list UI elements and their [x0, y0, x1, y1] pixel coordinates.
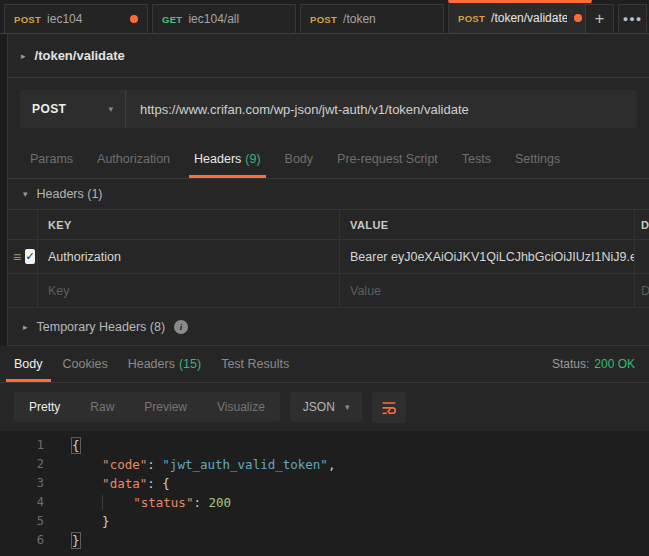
json-token [72, 457, 102, 472]
line-content: { [52, 436, 80, 455]
tab-label: Params [30, 152, 73, 166]
request-tab-token-validate[interactable]: POST/token/validate [448, 0, 592, 33]
header-key-cell[interactable]: Authorization [38, 240, 340, 273]
postman-app: POSTiec104GETiec104/allPOST/tokenPOST/to… [0, 0, 649, 556]
request-tab-iec104-all[interactable]: GETiec104/all [152, 4, 296, 33]
response-tabs-strip: BodyCookiesHeaders(15)Test Results [8, 346, 303, 382]
table-row: ≡ ✓ Authorization Bearer eyJ0eXAiOiJKV1Q… [8, 240, 649, 274]
tab-title: iec104/all [188, 12, 286, 26]
response-status: Status: 200 OK [552, 346, 635, 382]
tab-title: /token/validate [491, 11, 567, 25]
request-subtabs: ParamsAuthorizationHeaders(9)BodyPre-req… [8, 140, 649, 179]
method-label: POST [32, 102, 66, 116]
json-token: "jwt_auth_valid_token" [162, 457, 328, 472]
url-bar: POST ▾ https://www.crifan.com/wp-json/jw… [20, 90, 637, 128]
response-toolbar: PrettyRawPreviewVisualize JSON ▾ [0, 383, 649, 431]
status-value: 200 OK [594, 357, 635, 371]
response-body-viewer: 1{2 "code": "jwt_auth_valid_token",3 "da… [0, 431, 649, 556]
tab-title: iec104 [47, 12, 130, 26]
json-token: "data" [102, 476, 147, 491]
response-tab-cookies[interactable]: Cookies [57, 346, 114, 382]
wrap-text-button[interactable] [372, 392, 406, 423]
collapse-down-icon: ▾ [23, 189, 28, 199]
unsaved-dot-icon [574, 14, 582, 22]
view-raw[interactable]: Raw [75, 392, 129, 422]
table-row-placeholder: Key Value Description [8, 274, 649, 308]
collapse-right-icon[interactable]: ▸ [21, 51, 26, 61]
response-tab-test-results[interactable]: Test Results [215, 346, 295, 382]
line-content: "status": 200 [52, 493, 231, 512]
request-tab-iec104[interactable]: POSTiec104 [4, 4, 148, 33]
request-title-row: ▸ /token/validate [8, 34, 649, 78]
request-tab-token[interactable]: POST/token [300, 4, 444, 33]
code-line: 5 } [0, 512, 649, 531]
method-dropdown[interactable]: POST ▾ [20, 90, 126, 128]
code-line: 2 "code": "jwt_auth_valid_token", [0, 455, 649, 474]
info-icon[interactable]: i [174, 320, 188, 334]
line-content: } [52, 531, 80, 550]
request-editor: ▸ /token/validate POST ▾ https://www.cri… [0, 34, 649, 346]
description-column-header: DESCRIPTION [635, 210, 649, 239]
response-tabbar: BodyCookiesHeaders(15)Test Results Statu… [0, 346, 649, 383]
new-key-input[interactable]: Key [38, 274, 340, 307]
json-token: : [147, 457, 162, 472]
tab-authorization[interactable]: Authorization [85, 140, 182, 178]
code-line: 3 "data": { [0, 474, 649, 493]
tab-label: Tests [462, 152, 491, 166]
code-line: 6} [0, 531, 649, 550]
json-token: : { [147, 476, 170, 491]
tab-body[interactable]: Body [273, 140, 326, 178]
line-number: 4 [0, 493, 52, 512]
tab-tests[interactable]: Tests [450, 140, 503, 178]
line-number: 6 [0, 531, 52, 550]
tab-label: Authorization [97, 152, 170, 166]
drag-handle-icon[interactable]: ≡ [13, 250, 21, 264]
format-dropdown[interactable]: JSON ▾ [290, 392, 363, 422]
headers-table: KEY VALUE DESCRIPTION ≡ ✓ Authorization … [8, 209, 649, 308]
new-description-input[interactable]: Description [635, 274, 649, 307]
new-value-input[interactable]: Value [340, 274, 635, 307]
header-value-cell[interactable]: Bearer eyJ0eXAiOiJKV1QiLCJhbGciOiJIUzI1N… [340, 240, 635, 273]
view-pretty[interactable]: Pretty [14, 392, 75, 422]
json-token: { [72, 438, 80, 453]
json-token [72, 514, 102, 529]
view-preview[interactable]: Preview [129, 392, 202, 422]
json-token [72, 476, 102, 491]
more-tabs-button[interactable]: ●●● [618, 4, 647, 33]
json-token [102, 495, 133, 510]
header-description-cell[interactable] [635, 240, 649, 273]
headers-section-header[interactable]: ▾ Headers (1) [8, 179, 649, 209]
json-token: , [328, 457, 336, 472]
temporary-headers-header[interactable]: ▸ Temporary Headers (8) i [8, 308, 649, 346]
tab-label: Cookies [63, 357, 108, 371]
response-tab-headers[interactable]: Headers(15) [122, 346, 207, 382]
handle-column-header [8, 210, 38, 239]
tab-params[interactable]: Params [18, 140, 85, 178]
view-visualize[interactable]: Visualize [202, 392, 280, 422]
tab-settings[interactable]: Settings [503, 140, 572, 178]
tab-label: Body [285, 152, 314, 166]
response-tab-body[interactable]: Body [8, 346, 49, 382]
json-token: 200 [209, 495, 232, 510]
tab-pre-request-script[interactable]: Pre-request Script [325, 140, 450, 178]
json-token: "status" [133, 495, 193, 510]
tab-label: Test Results [221, 357, 289, 371]
line-number: 1 [0, 436, 52, 455]
json-token: } [72, 533, 80, 548]
tab-label: Headers [128, 357, 175, 371]
headers-section-title: Headers (1) [37, 187, 103, 201]
tab-label: Pre-request Script [337, 152, 438, 166]
status-label: Status: [552, 357, 589, 371]
value-column-header: VALUE [340, 210, 635, 239]
json-token [72, 495, 102, 510]
collapse-right-icon: ▸ [23, 322, 28, 332]
url-input[interactable]: https://www.crifan.com/wp-json/jwt-auth/… [126, 102, 483, 117]
table-header-row: KEY VALUE DESCRIPTION [8, 210, 649, 240]
json-token: : [193, 495, 208, 510]
key-column-header: KEY [38, 210, 340, 239]
row-enabled-checkbox[interactable]: ✓ [25, 249, 35, 264]
format-label: JSON [303, 400, 335, 414]
url-section: POST ▾ https://www.crifan.com/wp-json/jw… [8, 78, 649, 140]
new-tab-button[interactable]: + [585, 4, 614, 33]
tab-headers[interactable]: Headers(9) [182, 140, 273, 178]
